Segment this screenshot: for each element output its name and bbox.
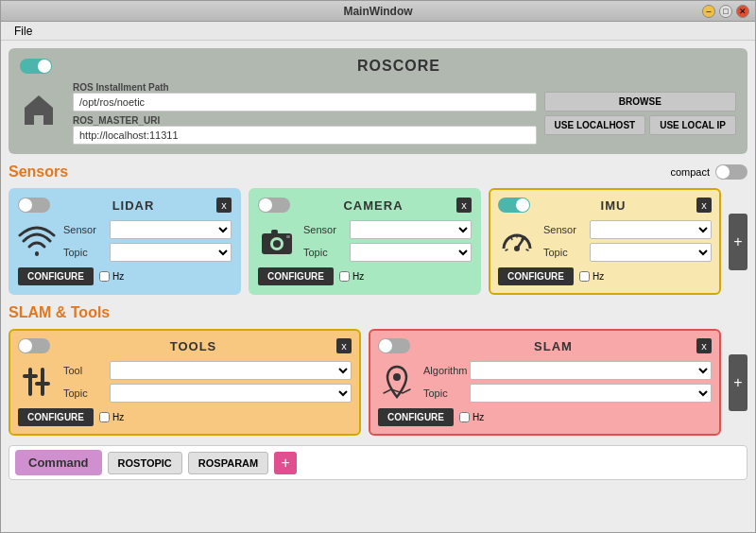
imu-toggle[interactable]	[498, 198, 530, 213]
camera-sensor-row: Sensor	[303, 220, 472, 239]
svg-rect-4	[271, 230, 278, 234]
svg-point-11	[393, 373, 401, 381]
camera-close-button[interactable]: x	[456, 198, 472, 213]
imu-topic-row: Topic	[543, 243, 712, 262]
slam-section-header: SLAM & Tools	[9, 304, 747, 321]
lidar-close-button[interactable]: x	[216, 198, 232, 213]
lidar-toggle[interactable]	[18, 198, 50, 213]
svg-point-3	[273, 240, 281, 248]
command-add-button[interactable]: +	[274, 452, 297, 474]
camera-toggle[interactable]	[258, 198, 290, 213]
slam-add-button[interactable]: +	[729, 354, 747, 411]
use-local-ip-button[interactable]: USE LOCAL IP	[649, 115, 736, 135]
tools-icon	[18, 361, 56, 403]
ros-install-path-input[interactable]	[73, 93, 537, 112]
rosparam-button[interactable]: ROSPARAM	[188, 452, 268, 474]
svg-point-6	[514, 246, 520, 251]
imu-close-button[interactable]: x	[696, 198, 712, 213]
wifi-icon	[18, 220, 56, 262]
camera-card-header: CAMERA x	[258, 198, 472, 213]
imu-sensor-label: Sensor	[543, 224, 586, 235]
menu-bar: File	[1, 22, 755, 41]
imu-topic-select[interactable]	[590, 243, 712, 262]
compact-label: compact	[670, 166, 710, 178]
tools-topic-select[interactable]	[110, 384, 352, 403]
ros-master-uri-input[interactable]	[73, 126, 537, 145]
ros-master-uri-label: ROS_MASTER_URI	[73, 115, 537, 126]
lidar-fields: Sensor Topic	[63, 220, 232, 262]
map-icon	[378, 361, 416, 403]
ros-install-path-label: ROS Installment Path	[73, 82, 537, 93]
imu-hz-checkbox[interactable]	[579, 271, 590, 282]
lidar-sensor-select[interactable]	[110, 220, 232, 239]
lidar-card-body: Sensor Topic	[18, 220, 232, 262]
camera-configure-button[interactable]: CONFIGURE	[258, 267, 334, 285]
camera-fields: Sensor Topic	[303, 220, 472, 262]
imu-card-body: Sensor Topic	[498, 220, 712, 262]
minimize-button[interactable]: –	[702, 5, 715, 18]
slam-algorithm-select[interactable]	[470, 361, 712, 380]
roscore-toggle-knob	[38, 60, 51, 73]
camera-topic-select[interactable]	[350, 243, 472, 262]
slam-topic-label: Topic	[423, 387, 466, 399]
camera-card: CAMERA x Se	[249, 188, 481, 295]
tools-close-button[interactable]: x	[336, 338, 352, 353]
compact-switch[interactable]	[715, 164, 747, 180]
close-button[interactable]: ✕	[736, 5, 749, 18]
svg-marker-0	[25, 95, 53, 125]
roscore-header: ROSCORE	[20, 58, 736, 75]
slam-algorithm-label: Algorithm	[423, 365, 466, 376]
lidar-configure-button[interactable]: CONFIGURE	[18, 267, 94, 285]
camera-hz-label: Hz	[339, 271, 364, 282]
camera-sensor-label: Sensor	[303, 224, 346, 235]
tools-topic-label: Topic	[63, 387, 106, 399]
camera-sensor-select[interactable]	[350, 220, 472, 239]
lidar-topic-label: Topic	[63, 247, 106, 258]
slam-hz-checkbox[interactable]	[459, 412, 470, 422]
window-title: MainWindow	[343, 5, 412, 18]
camera-hz-checkbox[interactable]	[339, 271, 350, 282]
sensors-title: Sensors	[9, 163, 68, 181]
svg-rect-5	[286, 235, 290, 238]
roscore-toggle[interactable]	[20, 59, 52, 74]
tools-configure-button[interactable]: CONFIGURE	[18, 408, 94, 426]
tools-toggle[interactable]	[18, 338, 50, 353]
browse-button[interactable]: BROWSE	[544, 92, 736, 112]
sensors-add-button[interactable]: +	[729, 214, 747, 270]
imu-card-header: IMU x	[498, 198, 712, 213]
roscore-section: ROSCORE ROS Installment Path ROS_MASTER_…	[9, 48, 747, 154]
maximize-button[interactable]: □	[719, 5, 732, 18]
camera-footer: CONFIGURE Hz	[258, 267, 472, 285]
slam-card: SLAM x Algorithm	[369, 329, 721, 436]
imu-configure-button[interactable]: CONFIGURE	[498, 267, 574, 285]
tools-card: TOOLS x Tool	[9, 329, 361, 436]
slam-cards: TOOLS x Tool	[9, 329, 747, 436]
lidar-topic-select[interactable]	[110, 243, 232, 262]
ros-master-uri-group: ROS_MASTER_URI	[73, 115, 537, 145]
imu-sensor-select[interactable]	[590, 220, 712, 239]
lidar-sensor-label: Sensor	[63, 224, 106, 235]
gauge-icon	[498, 220, 536, 262]
rostopic-button[interactable]: ROSTOPIC	[108, 452, 182, 474]
title-bar: MainWindow – □ ✕	[1, 1, 755, 22]
tools-tool-select[interactable]	[110, 361, 352, 380]
lidar-hz-checkbox[interactable]	[99, 271, 110, 282]
imu-hz-label: Hz	[579, 271, 604, 282]
slam-algorithm-row: Algorithm	[423, 361, 712, 380]
slam-toggle[interactable]	[378, 338, 410, 353]
tools-hz-checkbox[interactable]	[99, 412, 110, 422]
menu-file[interactable]: File	[9, 23, 38, 40]
svg-rect-7	[28, 368, 32, 396]
tools-hz-label: Hz	[99, 412, 124, 422]
use-localhost-button[interactable]: USE LOCALHOST	[544, 115, 646, 135]
roscore-field-group: ROS Installment Path ROS_MASTER_URI	[73, 82, 537, 145]
tools-tool-label: Tool	[63, 365, 106, 376]
slam-topic-select[interactable]	[470, 384, 712, 403]
tools-card-body: Tool Topic	[18, 361, 352, 403]
lidar-card-header: LIDAR x	[18, 198, 232, 213]
slam-close-button[interactable]: x	[696, 338, 712, 353]
command-label: Command	[15, 450, 102, 475]
slam-configure-button[interactable]: CONFIGURE	[378, 408, 454, 426]
lidar-topic-row: Topic	[63, 243, 232, 262]
lidar-footer: CONFIGURE Hz	[18, 267, 232, 285]
